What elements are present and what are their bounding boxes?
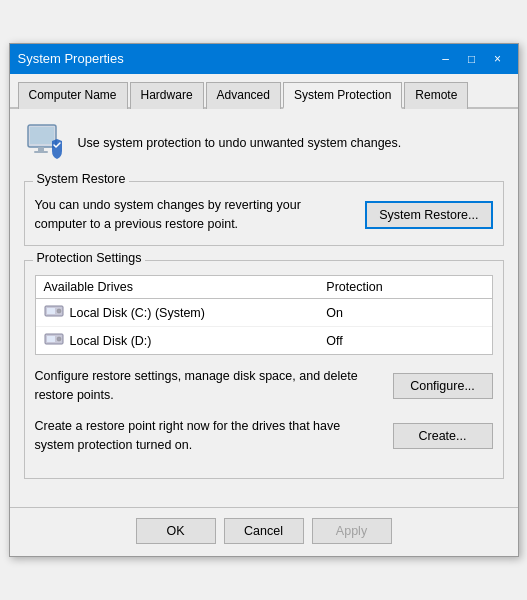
title-bar: System Properties – □ ×	[10, 44, 518, 74]
tab-advanced[interactable]: Advanced	[206, 82, 281, 109]
system-restore-group: System Restore You can undo system chang…	[24, 181, 504, 247]
drives-table: Available Drives Protection Local Disk (…	[35, 275, 493, 355]
drive-icon-d	[44, 331, 64, 350]
minimize-button[interactable]: –	[434, 49, 458, 69]
tab-hardware[interactable]: Hardware	[130, 82, 204, 109]
dialog-buttons: OK Cancel Apply	[10, 507, 518, 556]
create-description: Create a restore point right now for the…	[35, 417, 383, 455]
column-header-protection: Protection	[326, 280, 483, 294]
svg-point-9	[57, 337, 61, 341]
svg-rect-1	[30, 127, 54, 144]
create-section: Create a restore point right now for the…	[35, 417, 493, 455]
configure-section: Configure restore settings, manage disk …	[35, 367, 493, 405]
svg-rect-2	[38, 147, 44, 151]
header-description: Use system protection to undo unwanted s…	[78, 134, 402, 153]
drive-cell-c: Local Disk (C:) (System)	[44, 303, 327, 322]
table-row[interactable]: Local Disk (D:) Off	[36, 327, 492, 354]
drive-cell-d: Local Disk (D:)	[44, 331, 327, 350]
title-bar-controls: – □ ×	[434, 49, 510, 69]
computer-shield-icon	[24, 123, 66, 165]
configure-description: Configure restore settings, manage disk …	[35, 367, 383, 405]
tab-computer-name[interactable]: Computer Name	[18, 82, 128, 109]
protection-settings-group: Protection Settings Available Drives Pro…	[24, 260, 504, 479]
tab-remote[interactable]: Remote	[404, 82, 468, 109]
svg-point-6	[57, 309, 61, 313]
header-section: Use system protection to undo unwanted s…	[24, 123, 504, 165]
drive-icon-c	[44, 303, 64, 322]
protection-settings-label: Protection Settings	[33, 251, 146, 265]
maximize-button[interactable]: □	[460, 49, 484, 69]
system-restore-label: System Restore	[33, 172, 130, 186]
protection-status-d: Off	[326, 334, 483, 348]
svg-rect-8	[47, 336, 55, 342]
tab-system-protection[interactable]: System Protection	[283, 82, 402, 109]
close-button[interactable]: ×	[486, 49, 510, 69]
tab-content: Use system protection to undo unwanted s…	[10, 109, 518, 508]
window-title: System Properties	[18, 51, 124, 66]
drive-name-c: Local Disk (C:) (System)	[70, 306, 205, 320]
system-restore-button[interactable]: System Restore...	[365, 201, 492, 229]
configure-button[interactable]: Configure...	[393, 373, 493, 399]
protection-status-c: On	[326, 306, 483, 320]
system-properties-window: System Properties – □ × Computer Name Ha…	[9, 43, 519, 558]
cancel-button[interactable]: Cancel	[224, 518, 304, 544]
tab-bar: Computer Name Hardware Advanced System P…	[10, 74, 518, 109]
ok-button[interactable]: OK	[136, 518, 216, 544]
svg-rect-5	[47, 308, 55, 314]
apply-button[interactable]: Apply	[312, 518, 392, 544]
svg-rect-3	[34, 151, 48, 153]
drives-table-header: Available Drives Protection	[36, 276, 492, 299]
restore-section: You can undo system changes by reverting…	[35, 182, 493, 234]
column-header-drive: Available Drives	[44, 280, 327, 294]
table-row[interactable]: Local Disk (C:) (System) On	[36, 299, 492, 327]
drive-name-d: Local Disk (D:)	[70, 334, 152, 348]
restore-description: You can undo system changes by reverting…	[35, 196, 356, 234]
create-button[interactable]: Create...	[393, 423, 493, 449]
